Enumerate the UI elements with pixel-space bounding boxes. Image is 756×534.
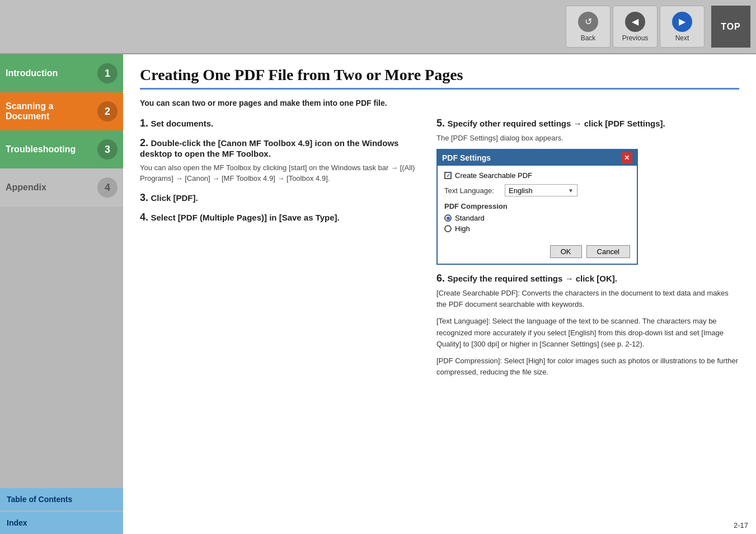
text-language-value: English	[509, 186, 533, 195]
dropdown-arrow-icon: ▼	[568, 188, 574, 194]
step3-title: Click [PDF].	[151, 193, 198, 203]
searchable-label: Create Searchable PDF	[455, 171, 532, 180]
radio-standard-label: Standard	[455, 214, 485, 222]
step6-para1: [Create Searchable PDF]: Converts the ch…	[436, 288, 739, 310]
step1-title: Set documents.	[151, 119, 213, 128]
step1-number: 1.	[140, 118, 148, 129]
sidebar-toc-button[interactable]: Table of Contents	[0, 488, 123, 510]
sidebar-bottom: Table of Contents Index	[0, 488, 123, 534]
step6-title: Specify the required settings → click [O…	[447, 274, 617, 283]
index-label: Index	[7, 518, 27, 527]
toc-label: Table of Contents	[7, 495, 72, 504]
sidebar-scanning-label: Scanning aDocument	[6, 101, 53, 121]
sidebar-appendix-number: 4	[97, 177, 118, 198]
step2-body: You can also open the MF Toolbox by clic…	[140, 162, 420, 184]
compression-section-label: PDF Compression	[444, 202, 630, 210]
pdf-dialog-body: ✓ Create Searchable PDF Text Language: E…	[438, 166, 637, 264]
sidebar-appendix-label: Appendix	[6, 182, 46, 193]
sidebar-introduction-number: 1	[97, 63, 118, 83]
back-button[interactable]: ↺ Back	[566, 6, 611, 48]
sidebar-item-troubleshooting[interactable]: Troubleshooting 3	[0, 130, 123, 168]
pdf-dialog-buttons: OK Cancel	[444, 241, 630, 258]
sidebar-item-introduction[interactable]: Introduction 1	[0, 54, 123, 92]
col-right: 5. Specify other required settings → cli…	[436, 118, 739, 386]
pdf-settings-dialog: PDF Settings ✕ ✓ Create Searchable PDF T…	[436, 149, 638, 265]
step4-title: Select [PDF (Multiple Pages)] in [Save a…	[151, 213, 339, 222]
title-underline	[140, 88, 739, 90]
ok-button[interactable]: OK	[550, 245, 582, 258]
main-content: Creating One PDF File from Two or More P…	[123, 54, 756, 534]
radio-high-label: High	[455, 224, 470, 233]
two-col-layout: 1. Set documents. 2. Double-click the [C…	[140, 118, 739, 386]
pdf-compression-section: PDF Compression Standard High	[444, 202, 630, 233]
cancel-button[interactable]: Cancel	[586, 245, 630, 258]
step6-number: 6.	[436, 273, 445, 284]
step-4: 4. Select [PDF (Multiple Pages)] in [Sav…	[140, 212, 420, 223]
step6-para2: [Text Language]: Select the language of …	[436, 316, 739, 349]
step-1: 1. Set documents.	[140, 118, 420, 129]
sidebar-introduction-label: Introduction	[6, 68, 58, 78]
step6-para3: [PDF Compression]: Select [High] for col…	[436, 355, 739, 378]
next-button[interactable]: ▶ Next	[660, 6, 705, 48]
step-6: 6. Specify the required settings → click…	[436, 273, 739, 378]
text-language-row: Text Language: English ▼	[444, 184, 630, 196]
previous-icon: ◀	[625, 12, 645, 32]
sidebar-troubleshooting-number: 3	[97, 139, 118, 160]
radio-high-row: High	[444, 224, 630, 233]
sidebar-item-scanning[interactable]: Scanning aDocument 2	[0, 92, 123, 130]
col-left: 1. Set documents. 2. Double-click the [C…	[140, 118, 420, 386]
searchable-checkbox[interactable]: ✓	[444, 172, 452, 179]
step4-number: 4.	[140, 212, 148, 223]
previous-label: Previous	[622, 34, 649, 42]
intro-text: You can scan two or more pages and make …	[140, 99, 420, 107]
pdf-dialog-close-button[interactable]: ✕	[621, 152, 632, 163]
step-3: 3. Click [PDF].	[140, 192, 420, 204]
sidebar-spacer	[0, 207, 123, 488]
back-icon: ↺	[578, 12, 598, 32]
sidebar-troubleshooting-label: Troubleshooting	[6, 144, 76, 154]
step2-number: 2.	[140, 137, 148, 148]
sidebar-scanning-number: 2	[97, 101, 118, 121]
radio-standard-row: Standard	[444, 214, 630, 222]
radio-standard[interactable]	[444, 214, 452, 222]
next-label: Next	[675, 34, 689, 42]
create-searchable-row: ✓ Create Searchable PDF	[444, 171, 630, 180]
step-2: 2. Double-click the [Canon MF Toolbox 4.…	[140, 137, 420, 184]
step2-title: Double-click the [Canon MF Toolbox 4.9] …	[140, 138, 398, 158]
radio-high[interactable]	[444, 225, 452, 232]
text-language-label: Text Language:	[444, 186, 500, 195]
page-number: 2-17	[734, 521, 748, 530]
pdf-dialog-title-text: PDF Settings	[442, 153, 491, 162]
step5-number: 5.	[436, 118, 445, 129]
text-language-dropdown[interactable]: English ▼	[505, 184, 577, 196]
next-icon: ▶	[672, 12, 692, 32]
step3-number: 3.	[140, 192, 148, 203]
nav-buttons: ↺ Back ◀ Previous ▶ Next TOP	[566, 6, 750, 48]
back-label: Back	[581, 34, 596, 42]
top-label: TOP	[711, 6, 750, 48]
sidebar: Introduction 1 Scanning aDocument 2 Trou…	[0, 54, 123, 534]
page-title: Creating One PDF File from Two or More P…	[140, 65, 739, 85]
pdf-dialog-titlebar: PDF Settings ✕	[438, 150, 637, 166]
top-bar: ↺ Back ◀ Previous ▶ Next TOP	[0, 0, 756, 54]
step5-title: Specify other required settings → click …	[447, 119, 665, 128]
sidebar-item-appendix[interactable]: Appendix 4	[0, 168, 123, 207]
step-5: 5. Specify other required settings → cli…	[436, 118, 739, 265]
previous-button[interactable]: ◀ Previous	[613, 6, 658, 48]
step5-sub: The [PDF Settings] dialog box appears.	[436, 133, 739, 144]
sidebar-index-button[interactable]: Index	[0, 512, 123, 534]
